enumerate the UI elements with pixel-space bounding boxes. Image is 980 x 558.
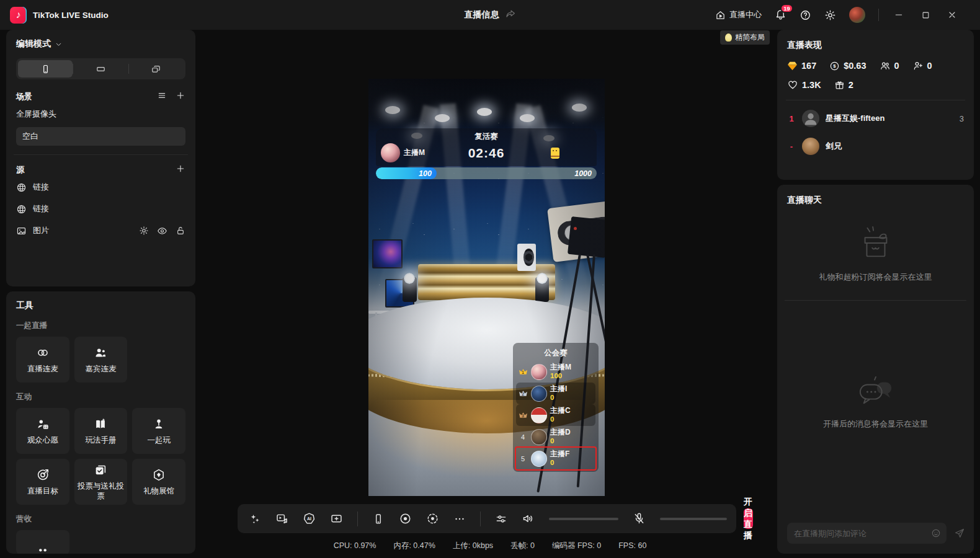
ai-effects-button[interactable]: AI: [303, 512, 316, 525]
rank-number: 2: [522, 392, 524, 396]
leaderboard-row: 2 主播I 0: [516, 383, 595, 404]
audio-mixer-button[interactable]: [495, 513, 507, 525]
gift-box-icon: [857, 224, 895, 263]
minimize-button[interactable]: [892, 8, 906, 22]
tool-card-audience-wish[interactable]: 观众心愿: [16, 408, 69, 454]
tools-panel: 工具 一起直播 直播连麦 嘉宾连麦 互动 观众心愿: [6, 291, 195, 554]
tool-card-label: 礼物展馆: [143, 487, 174, 497]
leaderboard-name: 主播I: [550, 385, 567, 394]
send-comment-button[interactable]: [954, 528, 965, 539]
media-button[interactable]: [275, 512, 288, 525]
tools-group-label: 互动: [16, 392, 185, 402]
send-icon: [954, 528, 965, 539]
heart-icon: [787, 79, 798, 91]
mic-muted-button[interactable]: [633, 512, 646, 525]
layout-landscape-button[interactable]: [73, 60, 128, 78]
source-settings-button[interactable]: [139, 226, 149, 236]
leaderboard-avatar: [531, 364, 547, 380]
people-icon: [880, 60, 891, 71]
messages-placeholder-text: 开播后的消息将会显示在这里: [823, 418, 928, 430]
live-center-button[interactable]: 直播中心: [715, 9, 762, 20]
crown-gold-icon: 1: [518, 368, 528, 376]
emoji-button[interactable]: [931, 528, 941, 538]
tool-card-gameplay-manual[interactable]: 玩法手册: [74, 408, 128, 454]
scene-item-blank[interactable]: 空白: [16, 127, 185, 146]
tool-card-label: 观众心愿: [27, 436, 58, 446]
mic-volume-slider[interactable]: [660, 518, 727, 520]
live-performance-panel: 直播表现 167 $ $0.63 0 0 1.3K 2 1: [777, 30, 974, 180]
page-title: 直播信息: [465, 9, 499, 20]
status-encoder-fps: 编码器 FPS: 0: [552, 541, 601, 551]
tool-card-live-goal[interactable]: 直播目标: [16, 459, 69, 505]
leaderboard-avatar: [531, 386, 547, 402]
tool-card-live-cohost[interactable]: 直播连麦: [16, 337, 69, 383]
scene-item-label: 全屏摄像头: [16, 108, 56, 120]
leaderboard-score: 0: [550, 415, 571, 423]
audience-wish-icon: [36, 417, 50, 432]
source-item-image[interactable]: 图片: [16, 221, 185, 241]
share-icon[interactable]: [506, 9, 516, 22]
panel-divider: [14, 154, 188, 155]
notification-badge: 19: [780, 4, 793, 13]
scene-list-button[interactable]: [157, 91, 167, 102]
sources-title: 源: [16, 164, 24, 175]
user-avatar[interactable]: [849, 7, 865, 23]
record-button[interactable]: [399, 512, 412, 525]
speaker-volume-button[interactable]: [522, 512, 535, 525]
eye-icon: [157, 226, 167, 236]
maximize-button[interactable]: [919, 8, 932, 22]
tool-card-gift-gallery[interactable]: 礼物展馆: [132, 459, 185, 505]
beautify-button[interactable]: [249, 513, 261, 525]
globe-icon: [16, 204, 27, 215]
source-lock-button[interactable]: [176, 226, 185, 236]
settings-button[interactable]: [824, 9, 836, 21]
joystick-icon: [152, 417, 166, 432]
notifications-button[interactable]: 19: [775, 8, 786, 22]
image-icon: [16, 226, 27, 236]
status-dropped-frames: 丢帧: 0: [510, 541, 535, 551]
leaderboard-score: 0: [550, 394, 567, 402]
close-button[interactable]: [945, 8, 959, 22]
source-item-link-1[interactable]: 链接: [16, 177, 185, 197]
tool-card-label: 嘉宾连麦: [85, 365, 116, 374]
comment-input[interactable]: [787, 523, 947, 544]
start-live-button[interactable]: 开启直播: [744, 508, 753, 529]
speaker-volume-slider[interactable]: [549, 518, 618, 520]
phone-preview-button[interactable]: [372, 513, 385, 525]
tool-card-label: 直播连麦: [27, 365, 58, 374]
agency-rank-row[interactable]: - 剑兄: [787, 136, 964, 156]
leaderboard-avatar: [531, 451, 547, 467]
leaderboard-name: 主播M: [550, 363, 571, 372]
frame-effects-button[interactable]: [330, 512, 343, 525]
camera-rotate-button[interactable]: [426, 512, 439, 525]
tool-card-guest-cohost[interactable]: 嘉宾连麦: [74, 337, 128, 383]
crown-silver-icon: 2: [518, 389, 528, 397]
layout-multi-button[interactable]: [129, 60, 184, 78]
tool-card-play-together[interactable]: 一起玩: [132, 408, 185, 454]
help-button[interactable]: [800, 9, 811, 21]
add-scene-button[interactable]: [176, 91, 185, 102]
source-visibility-button[interactable]: [157, 226, 167, 236]
scenes-title: 场景: [16, 91, 32, 102]
source-item-link-2[interactable]: 链接: [16, 199, 185, 219]
leaderboard-score: 0: [550, 437, 571, 445]
add-source-button[interactable]: [176, 164, 185, 175]
agency-rank-row[interactable]: 1 星播互娱-fifteen 3: [787, 108, 964, 128]
tool-card-partial[interactable]: [16, 530, 69, 554]
record-icon: [399, 512, 412, 525]
more-options-button[interactable]: [453, 513, 466, 525]
tool-card-polls[interactable]: 投票与送礼投票: [74, 459, 128, 505]
edit-mode-dropdown[interactable]: 编辑模式: [16, 38, 185, 50]
tool-card-label: 投票与送礼投票: [78, 482, 125, 501]
scenes-sources-panel: 编辑模式 场景 全屏摄像头: [6, 30, 195, 286]
mic-off-icon: [633, 512, 646, 525]
scene-item-fullscreen-camera[interactable]: 全屏摄像头: [10, 105, 192, 123]
status-upload: 上传: 0kbps: [453, 541, 493, 551]
layout-portrait-button[interactable]: [18, 60, 73, 78]
gifts-placeholder-text: 礼物和超粉订阅将会显示在这里: [819, 272, 932, 283]
live-preview-canvas[interactable]: 复活赛 主播M 02:46 100 1000 公会赛 1 主播M: [368, 79, 605, 496]
compact-layout-badge[interactable]: 精简布局: [720, 30, 770, 45]
chevron-down-icon: [55, 40, 63, 48]
status-fps: FPS: 60: [618, 541, 646, 550]
list-icon: [157, 91, 167, 100]
